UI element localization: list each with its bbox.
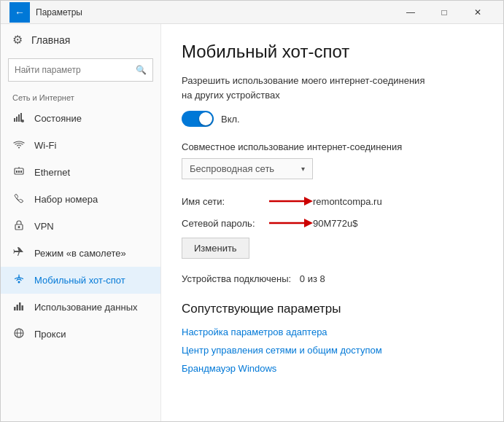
proxy-icon xyxy=(12,327,26,341)
svg-point-12 xyxy=(18,226,20,228)
devices-value: 0 из 8 xyxy=(300,273,325,284)
svg-point-4 xyxy=(21,120,24,122)
svg-rect-14 xyxy=(14,307,16,310)
status-icon xyxy=(12,112,26,125)
sidebar-item-proxy[interactable]: Прокси xyxy=(1,321,160,348)
wifi-icon xyxy=(12,138,26,152)
red-arrow-2-icon xyxy=(269,216,313,230)
status-label: Состояние xyxy=(34,113,82,124)
sidebar-item-airplane[interactable]: Режим «в самолете» xyxy=(1,240,160,267)
svg-marker-22 xyxy=(304,197,313,206)
vpn-icon xyxy=(12,219,26,233)
page-title: Мобильный хот-спот xyxy=(182,42,483,62)
svg-rect-7 xyxy=(16,171,18,173)
password-value: 90M772u$ xyxy=(313,218,357,229)
section-label: Сеть и Интернет xyxy=(1,87,160,105)
dropdown-value: Беспроводная сеть xyxy=(190,163,274,174)
svg-rect-16 xyxy=(19,302,21,310)
dialup-label: Набор номера xyxy=(34,194,98,205)
password-row: Сетевой пароль: 90M772u$ xyxy=(182,216,483,230)
devices-label: Устройства подключены: xyxy=(182,273,291,284)
airplane-label: Режим «в самолете» xyxy=(34,248,126,259)
titlebar: ← Параметры — □ ✕ xyxy=(1,1,503,24)
sidebar-item-hotspot[interactable]: Мобильный хот-спот xyxy=(1,267,160,294)
search-box[interactable]: 🔍 xyxy=(8,58,153,82)
network-name-row: Имя сети: remontcompa.ru xyxy=(182,194,483,208)
svg-rect-15 xyxy=(17,305,19,310)
red-arrow-icon xyxy=(269,194,313,208)
sidebar-item-datausage[interactable]: Использование данных xyxy=(1,294,160,321)
minimize-button[interactable]: — xyxy=(394,1,427,24)
window-controls: — □ ✕ xyxy=(394,1,495,24)
main-content: Мобильный хот-спот Разрешить использован… xyxy=(161,24,503,421)
sharing-label: Совместное использование интернет-соедин… xyxy=(182,141,483,152)
hotspot-icon xyxy=(12,273,26,287)
svg-rect-0 xyxy=(14,118,15,122)
content-area: ⚙ Главная 🔍 Сеть и Интернет xyxy=(1,24,503,421)
toggle-row: Вкл. xyxy=(182,111,483,127)
svg-rect-8 xyxy=(18,171,20,173)
datausage-label: Использование данных xyxy=(34,302,138,313)
devices-row: Устройства подключены: 0 из 8 xyxy=(182,273,483,284)
description-text: Разрешить использование моего интернет-с… xyxy=(182,74,430,102)
svg-rect-1 xyxy=(16,117,18,122)
sidebar-item-dialup[interactable]: Набор номера xyxy=(1,186,160,213)
hotspot-label: Мобильный хот-спот xyxy=(34,275,125,286)
vpn-label: VPN xyxy=(34,221,54,232)
wifi-label: Wi-Fi xyxy=(34,140,56,151)
related-link-0[interactable]: Настройка параметров адаптера xyxy=(182,327,483,337)
window: ← Параметры — □ ✕ ⚙ Главная 🔍 Сеть и Инт… xyxy=(0,0,504,422)
search-input[interactable] xyxy=(15,65,136,75)
close-button[interactable]: ✕ xyxy=(461,1,495,24)
ethernet-icon xyxy=(12,165,26,179)
toggle-label: Вкл. xyxy=(221,114,240,125)
sidebar-item-status[interactable]: Состояние xyxy=(1,105,160,132)
hotspot-toggle[interactable] xyxy=(182,111,214,127)
related-link-2[interactable]: Брандмауэр Windows xyxy=(182,363,483,374)
home-label: Главная xyxy=(31,34,70,46)
svg-marker-24 xyxy=(304,219,313,227)
sidebar-item-ethernet[interactable]: Ethernet xyxy=(1,159,160,186)
airplane-icon xyxy=(12,246,26,260)
datausage-icon xyxy=(12,300,26,314)
connection-dropdown[interactable]: Беспроводная сеть ▾ xyxy=(182,158,313,179)
ethernet-label: Ethernet xyxy=(34,167,70,178)
network-name-value: remontcompa.ru xyxy=(313,196,382,207)
window-title: Параметры xyxy=(36,7,82,17)
chevron-down-icon: ▾ xyxy=(301,165,305,173)
restore-button[interactable]: □ xyxy=(427,1,461,24)
related-link-1[interactable]: Центр управления сетями и общим доступом xyxy=(182,345,483,356)
home-icon: ⚙ xyxy=(12,33,23,47)
network-name-label: Имя сети: xyxy=(182,196,269,207)
sidebar-item-home[interactable]: ⚙ Главная xyxy=(1,24,160,55)
password-label: Сетевой пароль: xyxy=(182,218,269,229)
related-title: Сопутствующие параметры xyxy=(182,302,483,316)
svg-rect-9 xyxy=(20,171,22,173)
svg-point-13 xyxy=(18,281,20,284)
back-button[interactable]: ← xyxy=(9,2,30,23)
sidebar-item-wifi[interactable]: Wi-Fi xyxy=(1,132,160,159)
svg-rect-2 xyxy=(18,114,20,122)
svg-point-5 xyxy=(18,147,20,149)
sidebar-item-vpn[interactable]: VPN xyxy=(1,213,160,240)
proxy-label: Прокси xyxy=(34,329,66,340)
sidebar: ⚙ Главная 🔍 Сеть и Интернет xyxy=(1,24,161,421)
search-icon: 🔍 xyxy=(136,65,147,75)
dialup-icon xyxy=(12,192,26,206)
svg-rect-17 xyxy=(22,305,24,310)
change-button[interactable]: Изменить xyxy=(182,238,249,259)
